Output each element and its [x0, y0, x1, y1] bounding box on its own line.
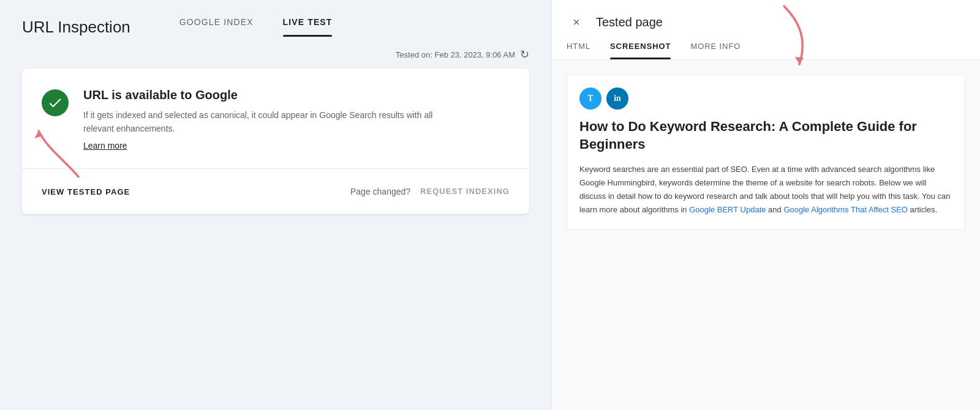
- tested-on-label: Tested on: Feb 23, 2023, 9:06 AM: [396, 50, 515, 59]
- tab-html[interactable]: HTML: [567, 42, 590, 59]
- status-icon: [42, 89, 69, 116]
- panel-title: Tested page: [596, 15, 663, 29]
- status-section: URL is available to Google If it gets in…: [22, 69, 529, 169]
- article-title: How to Do Keyword Research: A Complete G…: [579, 118, 952, 153]
- right-panel-wrapper: × Tested page HTML SCREENSHOT MORE INFO: [551, 0, 980, 410]
- refresh-icon[interactable]: ↻: [520, 48, 529, 61]
- page-changed-label: Page changed?: [350, 187, 410, 196]
- right-header-top: × Tested page: [567, 12, 965, 32]
- main-card: URL is available to Google If it gets in…: [22, 69, 529, 214]
- action-section: VIEW TESTED PAGE Page changed? REQUEST I…: [22, 169, 529, 214]
- tab-google-index[interactable]: GOOGLE INDEX: [179, 17, 254, 37]
- tab-screenshot[interactable]: SCREENSHOT: [610, 42, 671, 59]
- right-content: T in How to Do Keyword Research: A Compl…: [552, 60, 980, 410]
- tested-on-bar: Tested on: Feb 23, 2023, 9:06 AM ↻: [0, 37, 551, 69]
- view-tested-page-button[interactable]: VIEW TESTED PAGE: [42, 187, 130, 196]
- status-body: If it gets indexed and selected as canon…: [83, 108, 463, 136]
- linkedin-icon: in: [606, 88, 628, 110]
- twitter-icon: T: [579, 88, 601, 110]
- close-button[interactable]: ×: [567, 12, 586, 32]
- screenshot-preview: T in How to Do Keyword Research: A Compl…: [567, 75, 965, 230]
- tab-live-test[interactable]: LIVE TEST: [283, 17, 333, 37]
- article-body: Keyword searches are an essential part o…: [579, 163, 952, 217]
- url-inspection-panel: URL Inspection GOOGLE INDEX LIVE TEST Te…: [0, 0, 551, 214]
- page-title: URL Inspection: [22, 18, 130, 37]
- view-tested-page-wrapper: VIEW TESTED PAGE: [42, 186, 130, 197]
- right-tab-bar: HTML SCREENSHOT MORE INFO: [567, 42, 965, 59]
- checkmark-icon: [47, 95, 63, 111]
- status-title: URL is available to Google: [83, 88, 463, 102]
- tab-bar: GOOGLE INDEX LIVE TEST: [179, 17, 333, 37]
- status-text: URL is available to Google If it gets in…: [83, 88, 463, 151]
- right-panel: × Tested page HTML SCREENSHOT MORE INFO: [551, 0, 980, 410]
- social-icons: T in: [579, 88, 952, 110]
- algorithms-link[interactable]: Google Algorithms That Affect SEO: [783, 205, 908, 214]
- bert-update-link[interactable]: Google BERT Update: [689, 205, 766, 214]
- learn-more-link[interactable]: Learn more: [83, 141, 127, 151]
- page-changed-section: Page changed? REQUEST INDEXING: [350, 187, 510, 196]
- left-header: URL Inspection GOOGLE INDEX LIVE TEST: [0, 0, 551, 37]
- right-header: × Tested page HTML SCREENSHOT MORE INFO: [552, 0, 980, 60]
- tab-more-info[interactable]: MORE INFO: [690, 42, 741, 59]
- request-indexing-button[interactable]: REQUEST INDEXING: [420, 187, 510, 196]
- left-panel: URL Inspection GOOGLE INDEX LIVE TEST Te…: [0, 0, 551, 410]
